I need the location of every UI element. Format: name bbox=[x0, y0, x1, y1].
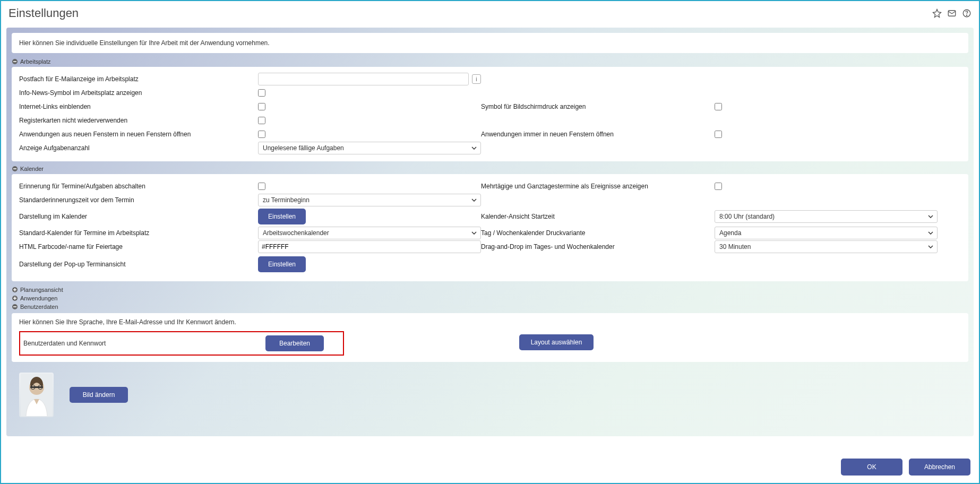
erinnerung-checkbox[interactable] bbox=[258, 183, 265, 190]
darstellung-label: Darstellung im Kalender bbox=[19, 211, 258, 222]
section-header-kalender[interactable]: Kalender bbox=[12, 165, 968, 173]
section-header-arbeitsplatz[interactable]: Arbeitsplatz bbox=[12, 57, 968, 66]
register-checkbox[interactable] bbox=[258, 117, 265, 124]
mehrtagig-label: Mehrtägige und Ganztagestermine als Erei… bbox=[481, 180, 715, 192]
help-icon[interactable] bbox=[962, 8, 972, 18]
chevron-down-icon bbox=[471, 146, 477, 150]
avatar bbox=[19, 373, 54, 417]
benutzerdaten-intro: Hier können Sie Ihre Sprache, Ihre E-Mai… bbox=[19, 318, 961, 331]
footer-buttons: OK Abbrechen bbox=[841, 459, 970, 476]
dragdrop-select[interactable]: 30 Minuten bbox=[715, 240, 938, 253]
page-title: Einstellungen bbox=[8, 6, 79, 20]
chevron-down-icon bbox=[928, 215, 933, 218]
aufgabenanz-label: Anzeige Aufgabenanzahl bbox=[19, 142, 258, 154]
chevron-down-icon bbox=[471, 198, 477, 202]
postfach-input[interactable] bbox=[258, 73, 469, 85]
section-header-planung[interactable]: Planungsansicht bbox=[12, 286, 968, 294]
benutzerdaten-highlight: Benutzerdaten und Kennwort Bearbeiten bbox=[19, 331, 344, 356]
darstellung-button[interactable]: Einstellen bbox=[258, 209, 306, 224]
page-header: Einstellungen bbox=[1, 1, 979, 24]
panel-benutzerdaten: Hier können Sie Ihre Sprache, Ihre E-Mai… bbox=[12, 313, 968, 362]
neuefenster-checkbox[interactable] bbox=[258, 131, 265, 138]
immerneuefenster-checkbox[interactable] bbox=[715, 131, 722, 138]
bild-aendern-button[interactable]: Bild ändern bbox=[70, 387, 128, 403]
chevron-down-icon bbox=[928, 231, 933, 235]
star-icon[interactable] bbox=[932, 8, 942, 18]
bk-label: Benutzerdaten und Kennwort bbox=[23, 340, 265, 347]
section-title: Benutzerdaten bbox=[20, 304, 58, 310]
erinnerung-label: Erinnerung für Termine/Aufgaben abschalt… bbox=[19, 180, 258, 192]
svg-rect-14 bbox=[13, 306, 16, 307]
druckvar-value: Agenda bbox=[719, 229, 741, 237]
collapse-icon bbox=[12, 166, 18, 172]
bildschirmdruck-label: Symbol für Bildschirmdruck anzeigen bbox=[481, 101, 715, 113]
svg-point-2 bbox=[966, 15, 967, 15]
cancel-button[interactable]: Abbrechen bbox=[909, 459, 970, 476]
expand-icon bbox=[12, 287, 18, 293]
startzeit-value: 8:00 Uhr (standard) bbox=[719, 213, 775, 220]
svg-rect-9 bbox=[14, 288, 15, 291]
aufgabenanz-select[interactable]: Ungelesene fällige Aufgaben bbox=[258, 142, 481, 154]
content-area: Hier können Sie individuelle Einstellung… bbox=[6, 28, 974, 436]
stdkal-label: Standard-Kalender für Termine im Arbeits… bbox=[19, 227, 258, 239]
info-icon[interactable]: i bbox=[472, 74, 481, 84]
chevron-down-icon bbox=[928, 245, 933, 248]
section-title: Arbeitsplatz bbox=[20, 58, 50, 65]
section-title: Anwendungen bbox=[20, 295, 57, 301]
stdkal-select[interactable]: Arbeitswochenkalender bbox=[258, 227, 481, 239]
bildschirmdruck-checkbox[interactable] bbox=[715, 103, 722, 110]
stdkal-value: Arbeitswochenkalender bbox=[263, 229, 329, 237]
svg-rect-6 bbox=[13, 168, 16, 169]
svg-rect-17 bbox=[30, 386, 43, 388]
aufgabenanz-value: Ungelesene fällige Aufgaben bbox=[263, 144, 344, 152]
neuefenster-label: Anwendungen aus neuen Fenstern in neuen … bbox=[19, 128, 258, 140]
intro-panel: Hier können Sie individuelle Einstellung… bbox=[12, 33, 968, 53]
bearbeiten-button[interactable]: Bearbeiten bbox=[265, 335, 324, 351]
collapse-icon bbox=[12, 58, 18, 65]
stderinnerung-label: Standarderinnerungszeit vor dem Termin bbox=[19, 194, 258, 206]
farbcode-input[interactable] bbox=[258, 240, 481, 253]
svg-rect-12 bbox=[14, 297, 15, 300]
collapsed-sections: Planungsansicht Anwendungen Benutzerdate… bbox=[12, 284, 968, 312]
dragdrop-value: 30 Minuten bbox=[719, 243, 751, 250]
startzeit-select[interactable]: 8:00 Uhr (standard) bbox=[715, 210, 938, 223]
farbcode-label: HTML Farbcode/-name für Feiertage bbox=[19, 241, 258, 253]
section-title: Kalender bbox=[20, 166, 44, 172]
startzeit-label: Kalender-Ansicht Startzeit bbox=[481, 211, 715, 222]
popup-label: Darstellung der Pop-up Terminansicht bbox=[19, 258, 258, 270]
intro-text: Hier können Sie individuelle Einstellung… bbox=[19, 39, 270, 47]
druckvar-select[interactable]: Agenda bbox=[715, 227, 938, 239]
collapse-icon bbox=[12, 304, 18, 310]
avatar-row: Bild ändern bbox=[12, 365, 968, 421]
section-title: Planungsansicht bbox=[20, 287, 63, 293]
dragdrop-label: Drag-and-Drop im Tages- und Wochenkalend… bbox=[481, 241, 715, 253]
infonews-checkbox[interactable] bbox=[258, 89, 265, 97]
mehrtagig-checkbox[interactable] bbox=[715, 183, 722, 190]
popup-button[interactable]: Einstellen bbox=[258, 256, 306, 272]
stderinnerung-select[interactable]: zu Terminbeginn bbox=[258, 194, 481, 206]
immerneuefenster-label: Anwendungen immer in neuen Fenstern öffn… bbox=[481, 128, 715, 140]
internetlinks-checkbox[interactable] bbox=[258, 103, 265, 110]
svg-rect-4 bbox=[13, 61, 16, 62]
infonews-label: Info-News-Symbol im Arbeitsplatz anzeige… bbox=[19, 87, 258, 99]
ok-button[interactable]: OK bbox=[841, 459, 902, 476]
panel-kalender: Erinnerung für Termine/Aufgaben abschalt… bbox=[12, 174, 968, 281]
internetlinks-label: Internet-Links einblenden bbox=[19, 101, 258, 113]
stderinnerung-value: zu Terminbeginn bbox=[263, 196, 310, 204]
register-label: Registerkarten nicht wiederverwenden bbox=[19, 115, 258, 126]
panel-arbeitsplatz: Postfach für E-Mailanzeige im Arbeitspla… bbox=[12, 67, 968, 161]
section-header-anwendungen[interactable]: Anwendungen bbox=[12, 294, 968, 302]
header-icons bbox=[932, 8, 972, 18]
mail-icon[interactable] bbox=[947, 8, 957, 18]
layout-button[interactable]: Layout auswählen bbox=[519, 334, 594, 350]
expand-icon bbox=[12, 295, 18, 301]
postfach-label: Postfach für E-Mailanzeige im Arbeitspla… bbox=[19, 73, 258, 85]
druckvar-label: Tag / Wochenkalender Druckvariante bbox=[481, 227, 715, 239]
section-header-benutzerdaten[interactable]: Benutzerdaten bbox=[12, 302, 968, 311]
chevron-down-icon bbox=[471, 231, 477, 235]
